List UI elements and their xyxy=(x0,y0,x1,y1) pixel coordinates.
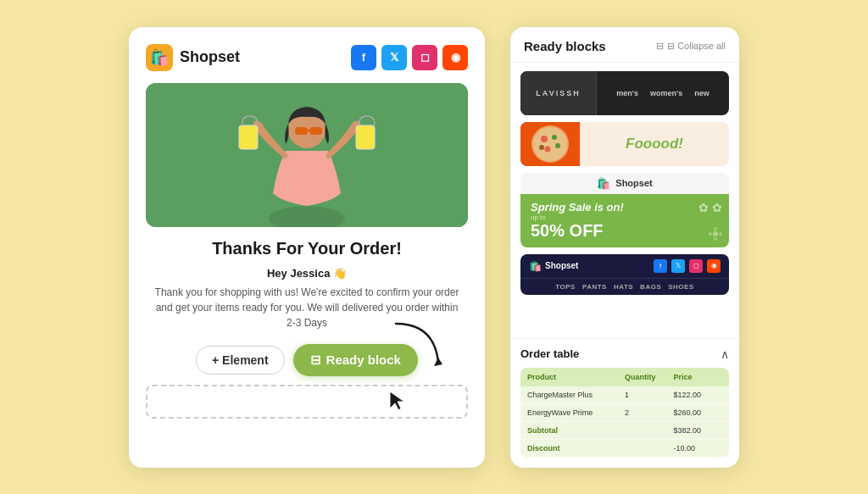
svg-rect-3 xyxy=(295,127,308,135)
nav-mens: men's xyxy=(616,89,638,97)
discount-price: -10.00 xyxy=(674,444,723,452)
spring-sale-text: Spring Sale is on! xyxy=(531,201,624,214)
panel-header: Ready blocks ⊟ ⊟ Collapse all xyxy=(510,27,739,63)
food-image xyxy=(520,122,580,166)
spring-sale-content: Spring Sale is on! up to 50% OFF ✿ ✿ xyxy=(520,194,729,247)
email-title: Thanks For Your Order! xyxy=(146,239,468,258)
food-block[interactable]: Fooood! xyxy=(520,122,729,166)
footer-nav-shoes: SHOES xyxy=(668,283,694,291)
right-panel: Ready blocks ⊟ ⊟ Collapse all LAVISSH me… xyxy=(510,27,739,468)
svg-point-17 xyxy=(713,231,718,236)
hero-image xyxy=(146,83,468,227)
cursor-pointer xyxy=(388,390,409,417)
footer-nav: TOPS PANTS HATS BAGS SHOES xyxy=(520,278,729,295)
order-table-header: Order table ∧ xyxy=(520,339,729,368)
footer-ig-icon: ◻ xyxy=(689,259,703,273)
collapse-label: ⊟ Collapse all xyxy=(667,41,726,52)
discount-quantity xyxy=(625,444,674,452)
email-subtitle: Hey Jessica 👋 xyxy=(146,267,468,280)
nav-womens: women's xyxy=(650,89,682,97)
discount-label: Discount xyxy=(527,444,625,452)
order-table-title: Order table xyxy=(520,347,579,360)
footer-brand-name: Shopset xyxy=(545,261,578,270)
spring-sale-block[interactable]: 🛍️ Shopset Spring Sale is on! up to 50% … xyxy=(520,173,729,247)
ready-blocks-list: LAVISSH men's women's new xyxy=(510,63,739,338)
footer-nav-pants: PANTS xyxy=(582,283,607,291)
svg-rect-4 xyxy=(309,127,322,135)
spring-brand-bar: 🛍️ Shopset xyxy=(520,173,729,194)
table-row: Discount -10.00 xyxy=(520,440,729,458)
collapse-icon: ⊟ xyxy=(656,41,664,52)
spring-upto: up to xyxy=(531,214,546,221)
table-row: ChargeMaster Plus 1 $122.00 xyxy=(520,386,729,404)
svg-point-21 xyxy=(709,232,712,236)
table-row: Subtotal $382.00 xyxy=(520,422,729,440)
svg-point-13 xyxy=(552,135,557,140)
table-row: EnergyWave Prime 2 $260.00 xyxy=(520,404,729,422)
col-price: Price xyxy=(674,373,723,381)
social-icons-group: f 𝕏 ◻ ◉ xyxy=(351,45,468,70)
footer-social-icons: f 𝕏 ◻ ◉ xyxy=(654,259,721,273)
row1-quantity: 1 xyxy=(625,391,674,399)
order-table-toggle[interactable]: ∧ xyxy=(721,347,729,361)
subtotal-label: Subtotal xyxy=(527,426,625,435)
row1-product: ChargeMaster Plus xyxy=(527,391,625,399)
svg-rect-7 xyxy=(356,125,375,149)
brand-icon: 🛍️ xyxy=(146,44,173,71)
svg-point-18 xyxy=(714,227,717,230)
svg-point-16 xyxy=(539,145,544,150)
svg-point-19 xyxy=(719,232,722,236)
footer-block[interactable]: 🛍️ Shopset f 𝕏 ◻ ◉ TOPS PANTS HATS BAGS xyxy=(520,254,729,295)
col-quantity: Quantity xyxy=(625,373,674,381)
row1-price: $122.00 xyxy=(674,391,723,399)
email-preview-card: 🛍️ Shopset f 𝕏 ◻ ◉ xyxy=(129,27,485,468)
row2-price: $260.00 xyxy=(674,408,723,417)
footer-nav-tops: TOPS xyxy=(555,283,576,291)
order-table-section: Order table ∧ Product Quantity Price Cha… xyxy=(510,338,739,468)
spring-percent: 50% OFF xyxy=(531,221,604,241)
svg-point-12 xyxy=(541,136,548,142)
svg-rect-6 xyxy=(239,125,258,149)
footer-top-bar: 🛍️ Shopset f 𝕏 ◻ ◉ xyxy=(520,254,729,278)
svg-point-20 xyxy=(714,237,717,241)
fashion-nav: men's women's new xyxy=(597,71,729,115)
subtotal-quantity xyxy=(625,426,674,435)
footer-brand: 🛍️ Shopset xyxy=(529,260,578,272)
svg-point-11 xyxy=(533,127,567,161)
subtotal-price: $382.00 xyxy=(674,426,723,435)
curved-arrow-decoration xyxy=(383,315,451,383)
drop-zone xyxy=(146,385,468,419)
fashion-brand: LAVISSH xyxy=(520,71,597,115)
main-container: 🛍️ Shopset f 𝕏 ◻ ◉ xyxy=(0,10,868,485)
ready-block-icon: ⊟ xyxy=(310,352,321,368)
footer-nav-hats: HATS xyxy=(614,283,633,291)
nav-new: new xyxy=(694,89,709,97)
svg-point-14 xyxy=(545,146,551,152)
col-product: Product xyxy=(527,373,625,381)
svg-point-15 xyxy=(555,143,560,148)
panel-title: Ready blocks xyxy=(524,39,606,53)
email-header: 🛍️ Shopset f 𝕏 ◻ ◉ xyxy=(146,44,468,71)
footer-nav-bags: BAGS xyxy=(640,283,661,291)
footer-rd-icon: ◉ xyxy=(707,259,721,273)
table-column-headers: Product Quantity Price xyxy=(520,368,729,386)
row2-product: EnergyWave Prime xyxy=(527,408,625,417)
spring-flowers-decoration: ✿ ✿ xyxy=(698,201,722,214)
fashion-block[interactable]: LAVISSH men's women's new xyxy=(520,71,729,115)
facebook-icon[interactable]: f xyxy=(351,45,376,70)
footer-tw-icon: 𝕏 xyxy=(671,259,685,273)
brand-logo: 🛍️ Shopset xyxy=(146,44,240,71)
reddit-icon[interactable]: ◉ xyxy=(442,45,468,70)
svg-marker-8 xyxy=(434,358,442,366)
order-table-content: Product Quantity Price ChargeMaster Plus… xyxy=(520,368,729,458)
row2-quantity: 2 xyxy=(625,408,674,417)
instagram-icon[interactable]: ◻ xyxy=(412,45,437,70)
add-element-button[interactable]: + Element xyxy=(196,346,285,375)
collapse-all-button[interactable]: ⊟ ⊟ Collapse all xyxy=(656,41,726,52)
brand-name: Shopset xyxy=(180,48,240,66)
footer-fb-icon: f xyxy=(654,259,667,273)
food-text: Fooood! xyxy=(580,122,729,166)
twitter-icon[interactable]: 𝕏 xyxy=(381,45,407,70)
